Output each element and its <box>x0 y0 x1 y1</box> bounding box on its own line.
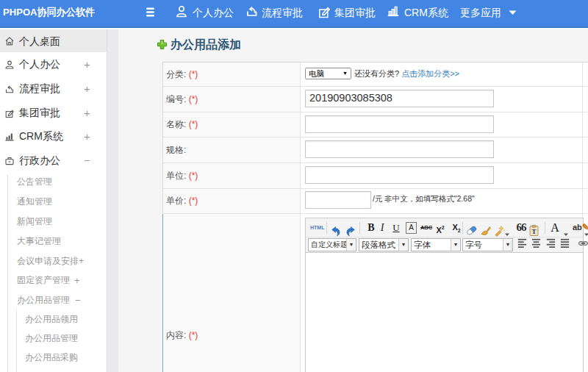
svg-text:T: T <box>531 228 536 235</box>
